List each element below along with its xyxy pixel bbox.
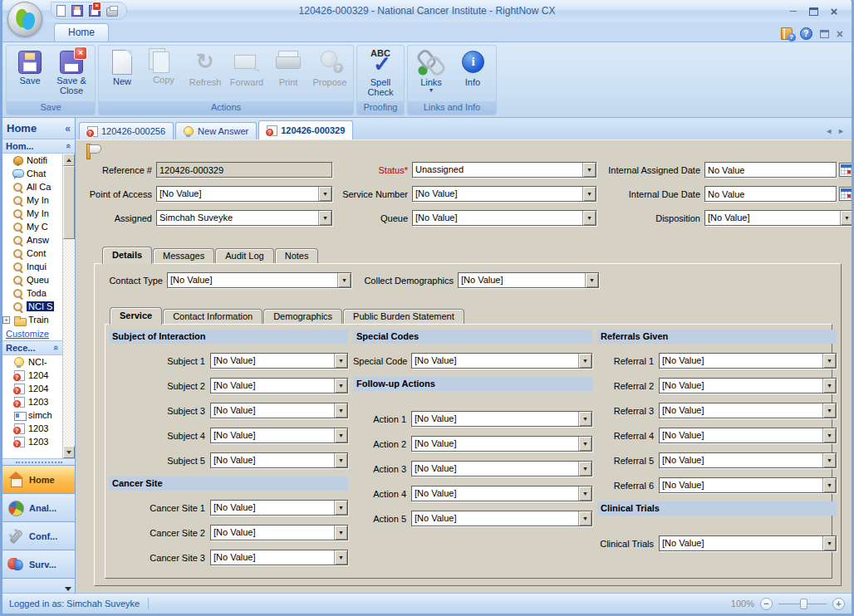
links-button[interactable]: Links ▾ [410,46,452,101]
chevron-down-icon[interactable] [337,273,351,287]
home-ribbon-tab[interactable]: Home [54,23,109,42]
chevron-down-icon[interactable] [334,453,347,467]
action-3-dropdown[interactable]: [No Value] [411,461,592,477]
restore-icon[interactable] [809,7,818,16]
nci-s-sidebar-item[interactable]: + NCI S [2,300,62,313]
cancer-site-1-dropdown[interactable]: [No Value] [210,500,348,516]
action-4-dropdown[interactable]: [No Value] [411,486,592,501]
my-in-sidebar-item[interactable]: + My In [2,207,62,220]
public-burden-statement-tab[interactable]: Public Burden Statement [343,309,464,324]
spell-check-button[interactable]: Spell Check ▾ [360,46,401,101]
propose-button[interactable]: Propose ▾ [309,46,351,101]
reference-field[interactable]: 120426-000329 [156,162,332,178]
scrollbar-thumb[interactable] [63,166,75,239]
collect-demographics-dropdown[interactable]: [No Value] [458,272,599,288]
referral-1-dropdown[interactable]: [No Value] [659,353,837,369]
clinical-trials-dropdown[interactable]: [No Value] [659,535,837,551]
sidebar-group-header[interactable]: Hom... « [2,139,75,154]
simch-sidebar-item[interactable]: + simch [2,408,62,422]
cancer-site-3-dropdown[interactable]: [No Value] [210,550,348,565]
collapse-group-icon[interactable]: « [64,144,74,149]
chevron-down-icon[interactable] [578,437,591,451]
chevron-down-icon[interactable] [334,403,347,418]
toda-sidebar-item[interactable]: + Toda [2,286,62,300]
customize-link[interactable]: Customize [6,329,49,339]
action-1-dropdown[interactable]: [No Value] [411,411,592,427]
cont-sidebar-item[interactable]: + Cont [2,247,62,260]
train-sidebar-item[interactable]: + Train [2,313,62,326]
home-nav-button[interactable]: Home [2,465,75,493]
refresh-button[interactable]: Refresh ▾ [184,46,226,101]
chevron-down-icon[interactable] [578,462,591,476]
internal-due-date-input[interactable]: No Value [704,186,837,202]
sidebar-scrollbar[interactable] [62,154,75,458]
tab-scroll-right-icon[interactable]: ► [837,127,845,135]
120426-000256-doc-tab[interactable]: 120426-000256 [79,122,174,139]
surv-nav-button[interactable]: Surv... [2,550,75,578]
1203-sidebar-item[interactable]: + 1203 [2,435,62,448]
chevron-down-icon[interactable] [578,486,591,501]
chevron-down-icon[interactable] [578,412,591,426]
referral-3-dropdown[interactable]: [No Value] [659,403,837,418]
zoom-out-icon[interactable]: − [760,598,773,610]
chevron-down-icon[interactable] [582,187,596,201]
scroll-down-icon[interactable] [63,446,75,458]
subject-2-dropdown[interactable]: [No Value] [210,378,348,394]
close-document-icon[interactable] [837,29,843,39]
subject-1-dropdown[interactable]: [No Value] [210,353,348,369]
new-document-icon[interactable] [56,5,66,17]
chevron-down-icon[interactable] [578,354,591,368]
print-button[interactable]: Print ▾ [267,46,309,101]
calendar-icon[interactable] [839,163,854,177]
audit-log-tab[interactable]: Audit Log [215,248,273,263]
action-2-dropdown[interactable]: [No Value] [411,436,592,452]
nci-sidebar-item[interactable]: + NCI- [2,355,62,369]
chevron-down-icon[interactable] [582,163,596,177]
save-button[interactable]: Save ▾ [9,46,51,101]
help-icon[interactable] [800,27,812,40]
recent-items-header[interactable]: Rece... « [2,340,62,355]
flag-icon[interactable] [84,144,102,159]
chevron-down-icon[interactable] [822,354,836,368]
referral-4-dropdown[interactable]: [No Value] [659,428,837,443]
action-5-dropdown[interactable]: [No Value] [411,511,592,526]
scroll-up-icon[interactable] [63,154,75,166]
zoom-slider[interactable] [778,604,827,604]
save-and-close-icon[interactable] [89,5,101,17]
chevron-down-icon[interactable] [822,536,836,550]
inqui-sidebar-item[interactable]: + Inqui [2,260,62,273]
1203-sidebar-item[interactable]: + 1203 [2,422,62,435]
referral-5-dropdown[interactable]: [No Value] [659,452,837,468]
1204-sidebar-item[interactable]: + 1204 [2,382,62,395]
answ-sidebar-item[interactable]: + Answ [2,233,62,247]
all-ca-sidebar-item[interactable]: + All Ca [2,180,62,193]
chevron-down-icon[interactable] [334,550,347,565]
notes-tab[interactable]: Notes [275,248,319,263]
close-icon[interactable] [827,4,842,18]
queue-dropdown[interactable]: [No Value] [412,210,596,226]
referral-2-dropdown[interactable]: [No Value] [659,378,837,394]
save-close-button[interactable]: Save & Close ▾ [51,46,92,101]
chevron-down-icon[interactable] [822,379,836,393]
anal-nav-button[interactable]: Anal... [2,493,75,521]
nav-options-icon[interactable] [65,587,71,591]
chevron-down-icon[interactable] [822,428,836,442]
new-answer-doc-tab[interactable]: New Answer [175,122,257,139]
assigned-dropdown[interactable]: Simchah Suveyke [156,210,332,226]
special-code-dropdown[interactable]: [No Value] [411,353,592,369]
status-dropdown[interactable]: Unassigned [412,162,596,178]
chevron-down-icon[interactable] [840,211,853,225]
queu-sidebar-item[interactable]: + Queu [2,273,62,286]
chevron-down-icon[interactable] [334,501,347,515]
print-icon[interactable] [106,7,118,17]
subject-3-dropdown[interactable]: [No Value] [210,403,348,418]
minimize-icon[interactable] [786,6,801,16]
info-button[interactable]: Info ▾ [452,46,493,101]
chevron-down-icon[interactable] [334,379,347,393]
chat-sidebar-item[interactable]: + Chat [2,167,62,180]
contact-type-dropdown[interactable]: [No Value] [167,272,351,288]
details-tab[interactable]: Details [102,247,152,264]
internal-assigned-date-input[interactable]: No Value [704,162,837,178]
referral-6-dropdown[interactable]: [No Value] [659,477,837,493]
chevron-down-icon[interactable] [334,354,347,368]
